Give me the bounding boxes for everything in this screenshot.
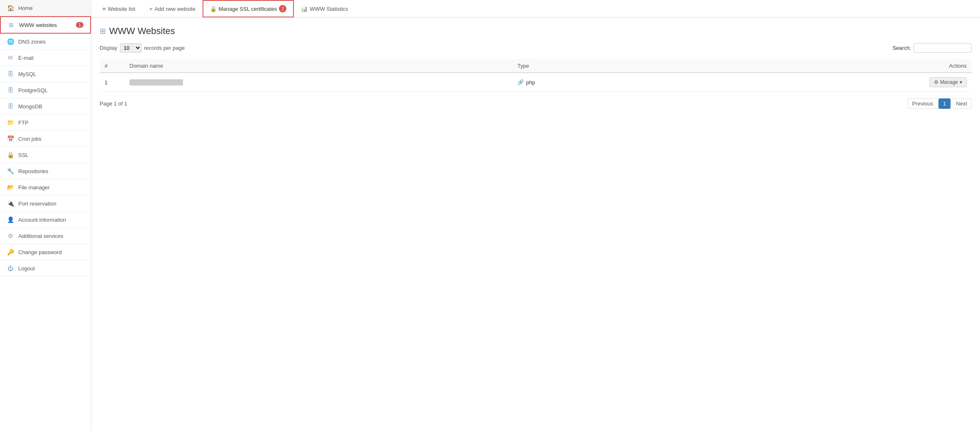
ssl-icon: 🔒 (7, 151, 14, 159)
repositories-label: Repositories (18, 168, 84, 174)
pagination-info: Page 1 of 1 (100, 100, 127, 107)
col-actions: Actions (682, 59, 972, 73)
www-websites-badge: 1 (76, 22, 83, 28)
php-icon: 🔗 (518, 79, 524, 85)
www-websites-label: WWW websites (19, 22, 72, 28)
tab-add-new-website[interactable]: + Add new website (142, 1, 203, 17)
table-row: 1██████████████🔗php⚙Manage ▾ (100, 73, 972, 92)
change-password-label: Change password (18, 249, 84, 255)
page-title: ⊞ WWW Websites (100, 26, 972, 37)
account-information-icon: 👤 (7, 216, 14, 223)
mysql-label: MySQL (18, 71, 84, 77)
logout-icon: ⏻ (7, 264, 14, 272)
tab-website-list-label: Website list (108, 6, 135, 12)
tab-manage-ssl[interactable]: 🔒 Manage SSL certificates2 (203, 0, 294, 17)
home-icon: 🏠 (7, 4, 14, 12)
gear-icon: ⚙ (934, 79, 938, 85)
logout-label: Logout (18, 265, 84, 272)
sidebar-item-change-password[interactable]: 🔑Change password (0, 244, 91, 260)
change-password-icon: 🔑 (7, 248, 14, 256)
next-button[interactable]: Next (951, 98, 972, 109)
row-type: 🔗php (513, 73, 682, 92)
mysql-icon: 🗄 (7, 70, 14, 78)
tabs-bar: ≡ Website list+ Add new website🔒 Manage … (91, 0, 980, 17)
dns-zones-label: DNS zones (18, 39, 84, 45)
tab-manage-ssl-icon: 🔒 (210, 6, 217, 12)
tab-www-statistics-label: WWW Statistics (310, 6, 348, 12)
websites-table: #Domain nameTypeActions 1██████████████🔗… (100, 59, 972, 92)
tab-add-new-website-label: Add new website (154, 6, 195, 12)
additional-services-label: Additional services (18, 233, 84, 239)
sidebar: 🏠Home⊞WWW websites1🌐DNS zones✉E-mail🗄MyS… (0, 0, 91, 431)
cron-jobs-label: Cron jobs (18, 136, 84, 142)
col-#: # (100, 59, 125, 73)
records-per-page-label: records per page (144, 45, 185, 51)
content-area: ⊞ WWW Websites Display 102550100 records… (91, 17, 980, 431)
pagination-controls: Previous 1 Next (907, 98, 972, 109)
table-body: 1██████████████🔗php⚙Manage ▾ (100, 73, 972, 92)
table-header-row: #Domain nameTypeActions (100, 59, 972, 73)
previous-button[interactable]: Previous (907, 98, 938, 109)
sidebar-item-port-reservation[interactable]: 🔌Port reservation (0, 196, 91, 212)
chevron-down-icon: ▾ (960, 79, 962, 85)
tab-manage-ssl-badge: 2 (279, 5, 286, 12)
main-content: ≡ Website list+ Add new website🔒 Manage … (91, 0, 980, 431)
sidebar-item-www-websites[interactable]: ⊞WWW websites1 (0, 16, 91, 34)
records-per-page-select[interactable]: 102550100 (120, 43, 142, 53)
pagination-row: Page 1 of 1 Previous 1 Next (100, 98, 972, 109)
search-input[interactable] (914, 43, 972, 53)
sidebar-item-file-manager[interactable]: 📂File manager (0, 179, 91, 196)
email-label: E-mail (18, 55, 84, 61)
col-type: Type (513, 59, 682, 73)
type-label: php (526, 79, 535, 86)
file-manager-label: File manager (18, 184, 84, 191)
sidebar-item-home[interactable]: 🏠Home (0, 0, 91, 16)
cron-jobs-icon: 📅 (7, 135, 14, 142)
postgresql-label: PostgreSQL (18, 87, 84, 93)
tab-website-list[interactable]: ≡ Website list (95, 1, 142, 17)
ftp-label: FTP (18, 120, 84, 126)
sidebar-item-postgresql[interactable]: 🗄PostgreSQL (0, 82, 91, 98)
current-page-button[interactable]: 1 (938, 98, 951, 109)
row-actions: ⚙Manage ▾ (682, 73, 972, 92)
row-domain: ██████████████ (125, 73, 513, 92)
sidebar-item-repositories[interactable]: 🔧Repositories (0, 163, 91, 179)
home-label: Home (18, 5, 84, 11)
tab-www-statistics-icon: 📊 (301, 6, 308, 12)
dns-zones-icon: 🌐 (7, 38, 14, 45)
table-header: #Domain nameTypeActions (100, 59, 972, 73)
www-websites-icon: ⊞ (7, 21, 15, 29)
manage-label: Manage (940, 79, 958, 85)
search-label: Search: (892, 45, 911, 51)
additional-services-icon: ⚙ (7, 232, 14, 240)
sidebar-item-ssl[interactable]: 🔒SSL (0, 147, 91, 163)
sidebar-item-cron-jobs[interactable]: 📅Cron jobs (0, 131, 91, 147)
sidebar-item-mongodb[interactable]: 🗄MongoDB (0, 98, 91, 115)
display-controls: Display 102550100 records per page (100, 43, 185, 53)
account-information-label: Account information (18, 217, 84, 223)
col-domain-name: Domain name (125, 59, 513, 73)
file-manager-icon: 📂 (7, 184, 14, 191)
tab-www-statistics[interactable]: 📊 WWW Statistics (294, 1, 355, 17)
search-controls: Search: (892, 43, 972, 53)
ssl-label: SSL (18, 152, 84, 158)
sidebar-item-email[interactable]: ✉E-mail (0, 50, 91, 66)
sidebar-item-ftp[interactable]: 📁FTP (0, 115, 91, 131)
tab-add-new-website-icon: + (149, 6, 153, 12)
sidebar-item-dns-zones[interactable]: 🌐DNS zones (0, 34, 91, 50)
ftp-icon: 📁 (7, 119, 14, 126)
email-icon: ✉ (7, 54, 14, 61)
port-reservation-icon: 🔌 (7, 200, 14, 207)
sidebar-item-additional-services[interactable]: ⚙Additional services (0, 228, 91, 244)
sidebar-item-logout[interactable]: ⏻Logout (0, 260, 91, 277)
controls-row: Display 102550100 records per page Searc… (100, 43, 972, 53)
page-title-icon: ⊞ (100, 27, 106, 36)
row-number: 1 (100, 73, 125, 92)
tab-website-list-icon: ≡ (103, 6, 106, 12)
tab-manage-ssl-label: Manage SSL certificates (219, 6, 277, 12)
mongodb-icon: 🗄 (7, 103, 14, 110)
sidebar-item-account-information[interactable]: 👤Account information (0, 212, 91, 228)
sidebar-item-mysql[interactable]: 🗄MySQL (0, 66, 91, 82)
mongodb-label: MongoDB (18, 103, 84, 110)
manage-button[interactable]: ⚙Manage ▾ (929, 77, 967, 87)
